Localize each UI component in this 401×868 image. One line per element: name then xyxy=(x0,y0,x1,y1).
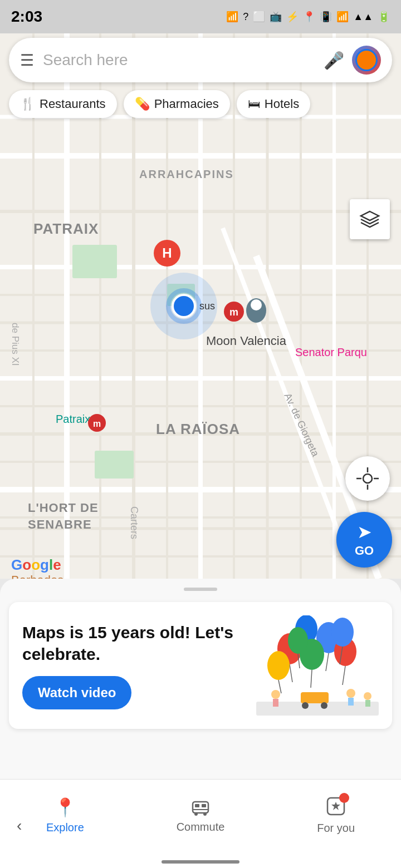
signal-icon: 📶 xyxy=(226,11,238,23)
svg-point-95 xyxy=(203,812,207,816)
watch-video-button[interactable]: Watch video xyxy=(22,676,131,709)
svg-point-59 xyxy=(363,474,372,483)
nav-for-you[interactable]: For you xyxy=(317,796,355,835)
svg-rect-92 xyxy=(202,804,206,807)
restaurants-icon: 🍴 xyxy=(20,97,35,111)
chip-hotels-label: Hotels xyxy=(265,97,299,111)
svg-line-71 xyxy=(278,680,281,693)
svg-rect-85 xyxy=(273,699,278,707)
cast-icon: 📺 xyxy=(270,11,282,23)
svg-line-75 xyxy=(343,666,345,685)
hotels-icon: 🛏 xyxy=(248,97,260,111)
signal-bars-icon: ▲▲ xyxy=(353,11,373,23)
google-logo: Google xyxy=(11,556,61,574)
bluetooth-icon: ⚡ xyxy=(286,11,299,23)
promo-card: Maps is 15 years old! Let's celebrate. W… xyxy=(9,602,392,729)
svg-point-50 xyxy=(251,299,262,310)
svg-text:m: m xyxy=(93,419,101,428)
status-time: 2:03 xyxy=(11,8,42,26)
nav-commute[interactable]: Commute xyxy=(177,797,225,834)
svg-point-78 xyxy=(331,618,354,647)
for-you-badge xyxy=(339,793,349,803)
search-placeholder[interactable]: Search here xyxy=(43,51,324,69)
chip-restaurants[interactable]: 🍴 Restaurants xyxy=(9,90,117,118)
for-you-label: For you xyxy=(317,822,355,835)
svg-point-51 xyxy=(173,295,195,317)
explore-label: Explore xyxy=(46,821,84,834)
search-bar[interactable]: ☰ Search here 🎤 xyxy=(9,38,392,82)
category-chips: 🍴 Restaurants 💊 Pharmacies 🛏 Hotels xyxy=(0,90,401,118)
commute-label: Commute xyxy=(177,821,225,834)
go-label: GO xyxy=(355,544,374,558)
user-avatar[interactable] xyxy=(352,46,381,75)
svg-point-86 xyxy=(346,689,355,698)
location-icon: 📍 xyxy=(303,11,315,23)
go-button[interactable]: ➤ GO xyxy=(336,512,392,568)
svg-rect-31 xyxy=(95,451,134,479)
nav-explore[interactable]: 📍 Explore xyxy=(46,797,84,834)
battery-icon: 🔋 xyxy=(378,11,390,23)
svg-rect-87 xyxy=(348,698,354,706)
svg-rect-91 xyxy=(195,804,199,807)
svg-text:L'HORT DE: L'HORT DE xyxy=(28,501,99,515)
svg-text:de Pius XI: de Pius XI xyxy=(10,323,21,366)
svg-text:Carters: Carters xyxy=(129,506,140,539)
layers-icon xyxy=(359,208,381,230)
svg-text:Senator Parqu: Senator Parqu xyxy=(295,346,367,358)
chip-pharmacies-label: Pharmacies xyxy=(154,97,219,111)
layer-toggle-button[interactable] xyxy=(350,199,390,239)
svg-text:Moon Valencia: Moon Valencia xyxy=(206,334,287,348)
promo-illustration xyxy=(256,615,379,716)
bottom-navigation: 📍 Explore Commute For you xyxy=(0,779,401,868)
svg-point-83 xyxy=(321,702,327,709)
status-bar: 2:03 📶 ? ⬜ 📺 ⚡ 📍 📳 📶 ▲▲ 🔋 xyxy=(0,0,401,33)
svg-point-70 xyxy=(267,651,290,680)
chip-restaurants-label: Restaurants xyxy=(40,97,106,111)
svg-point-84 xyxy=(271,690,280,699)
sheet-handle xyxy=(184,588,217,591)
bottom-sheet: Maps is 15 years old! Let's celebrate. W… xyxy=(0,579,401,779)
svg-text:sus: sus xyxy=(199,300,215,312)
home-indicator xyxy=(162,860,239,864)
vibrate-icon: 📳 xyxy=(320,11,332,23)
back-button[interactable]: ‹ xyxy=(17,817,22,835)
promo-title: Maps is 15 years old! Let's celebrate. xyxy=(22,622,251,665)
svg-text:LA RAÏOSA: LA RAÏOSA xyxy=(156,421,240,437)
svg-line-69 xyxy=(290,664,292,682)
microphone-icon[interactable]: 🎤 xyxy=(324,51,344,70)
svg-line-73 xyxy=(311,670,312,688)
svg-point-88 xyxy=(364,692,371,700)
go-arrow-icon: ➤ xyxy=(357,521,372,542)
explore-icon: 📍 xyxy=(54,797,76,818)
svg-text:Patraix: Patraix xyxy=(56,413,90,425)
status-icons: 📶 ? ⬜ 📺 ⚡ 📍 📳 📶 ▲▲ 🔋 xyxy=(226,11,390,23)
svg-text:ARRАНСAPINS: ARRАНСAPINS xyxy=(139,168,234,180)
svg-marker-58 xyxy=(361,211,379,220)
commute-icon xyxy=(190,797,211,817)
my-location-icon xyxy=(355,466,380,491)
wifi-icon: 📶 xyxy=(336,11,349,23)
svg-rect-81 xyxy=(301,692,329,703)
svg-rect-90 xyxy=(193,802,208,813)
svg-text:m: m xyxy=(229,307,238,318)
balloons-svg xyxy=(256,615,379,716)
avatar-inner xyxy=(355,49,378,71)
svg-point-82 xyxy=(302,702,309,709)
svg-point-94 xyxy=(194,812,198,816)
chip-hotels[interactable]: 🛏 Hotels xyxy=(237,90,310,118)
svg-text:SENABRE: SENABRE xyxy=(28,517,92,531)
screen-record-icon: ⬜ xyxy=(253,11,265,23)
svg-rect-89 xyxy=(365,700,370,707)
svg-line-65 xyxy=(326,653,329,671)
pharmacies-icon: 💊 xyxy=(135,97,150,111)
menu-icon[interactable]: ☰ xyxy=(20,51,34,70)
chip-pharmacies[interactable]: 💊 Pharmacies xyxy=(124,90,230,118)
my-location-button[interactable] xyxy=(345,456,390,501)
promo-text-area: Maps is 15 years old! Let's celebrate. W… xyxy=(22,622,256,709)
svg-text:PATRAIX: PATRAIX xyxy=(33,220,99,237)
svg-text:H: H xyxy=(162,245,172,260)
svg-point-76 xyxy=(288,627,308,654)
question-icon: ? xyxy=(243,11,248,23)
svg-rect-29 xyxy=(72,245,117,278)
